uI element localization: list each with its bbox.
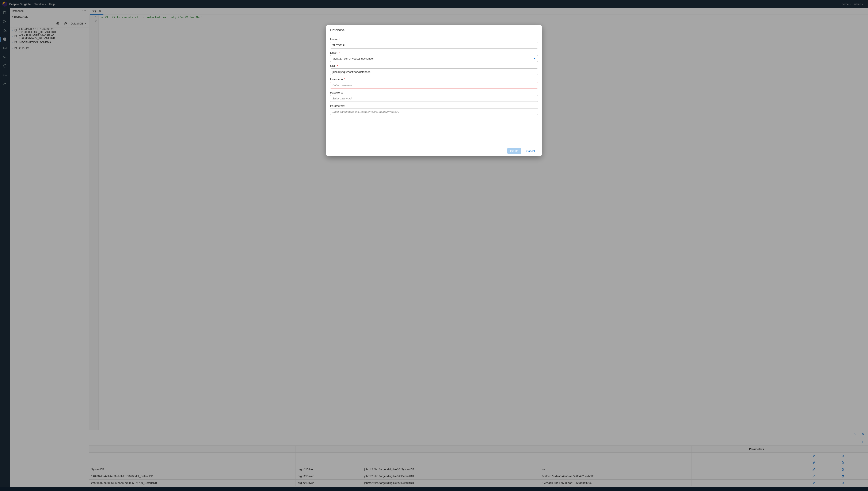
name-input[interactable] (330, 42, 538, 49)
chevron-down-icon: ▾ (534, 57, 536, 60)
username-input[interactable] (330, 82, 538, 88)
dialog-footer: Create Cancel (326, 146, 542, 156)
required-mark: * (344, 78, 345, 81)
required-mark: * (339, 51, 340, 54)
create-button[interactable]: Create (507, 148, 521, 154)
password-label: Password: (330, 91, 538, 94)
modal-overlay[interactable]: Database Name:* Driver:* MySQL - com.mys… (0, 0, 868, 491)
url-input[interactable] (330, 68, 538, 75)
dialog-title: Database (326, 25, 542, 35)
dialog-body: Name:* Driver:* MySQL - com.mysql.cj.jdb… (326, 35, 542, 146)
driver-select-value: MySQL - com.mysql.cj.jdbc.Driver (332, 57, 374, 60)
cancel-button[interactable]: Cancel (523, 148, 538, 154)
password-input[interactable] (330, 95, 538, 102)
required-mark: * (339, 38, 340, 41)
required-mark: * (337, 64, 338, 67)
username-label: Username:* (330, 78, 538, 81)
url-label: URL:* (330, 64, 538, 67)
parameters-label: Parameters: (330, 104, 538, 108)
parameters-input[interactable] (330, 108, 538, 115)
driver-select[interactable]: MySQL - com.mysql.cj.jdbc.Driver ▾ (330, 55, 538, 62)
driver-label: Driver:* (330, 51, 538, 54)
name-label: Name:* (330, 38, 538, 41)
database-dialog: Database Name:* Driver:* MySQL - com.mys… (326, 25, 542, 156)
